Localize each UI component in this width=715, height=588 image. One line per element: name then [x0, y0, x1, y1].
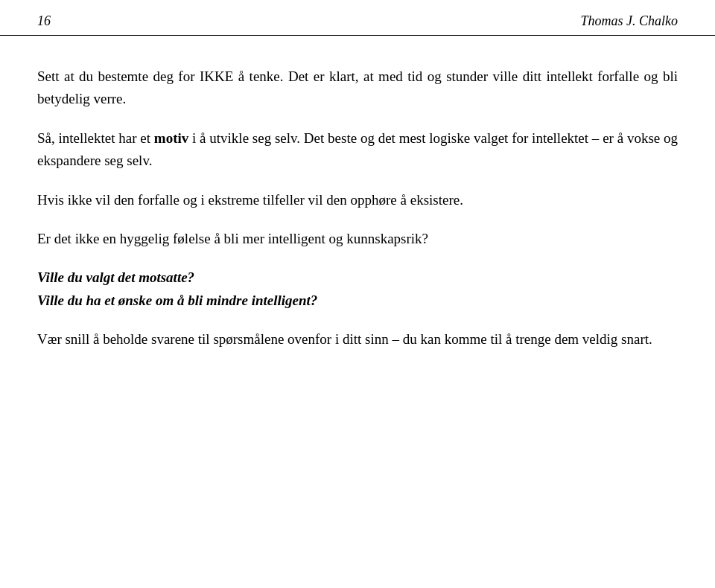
book-page: 16 Thomas J. Chalko Sett at du bestemte …	[0, 0, 715, 588]
paragraph-2: Så, intellektet har et motiv i å utvikle…	[37, 127, 678, 173]
paragraph-2-start: Så, intellektet har et	[37, 130, 154, 146]
final-paragraph-text: Vær snill å beholde svarene til spørsmål…	[37, 331, 652, 347]
paragraph-4-text: Er det ikke en hyggelig følelse å bli me…	[37, 231, 428, 246]
header-title: Thomas J. Chalko	[581, 13, 679, 29]
paragraph-1: Sett at du bestemte deg for IKKE å tenke…	[37, 65, 678, 111]
question-2: Ville du ha et ønske om å bli mindre int…	[37, 290, 678, 312]
page-header: 16 Thomas J. Chalko	[0, 0, 715, 36]
paragraph-3: Hvis ikke vil den forfalle og i ekstreme…	[37, 189, 678, 211]
question-1: Ville du valgt det motsatte?	[37, 266, 678, 289]
paragraph-1-text: Sett at du bestemte deg for IKKE å tenke…	[37, 68, 678, 106]
page-number: 16	[37, 13, 51, 29]
page-content: Sett at du bestemte deg for IKKE å tenke…	[0, 36, 715, 374]
final-paragraph: Vær snill å beholde svarene til spørsmål…	[37, 328, 678, 351]
paragraph-4: Er det ikke en hyggelig følelse å bli me…	[37, 228, 678, 250]
paragraph-3-text: Hvis ikke vil den forfalle og i ekstreme…	[37, 192, 463, 208]
question-block: Ville du valgt det motsatte? Ville du ha…	[37, 266, 678, 312]
paragraph-2-bold: motiv	[154, 130, 188, 146]
